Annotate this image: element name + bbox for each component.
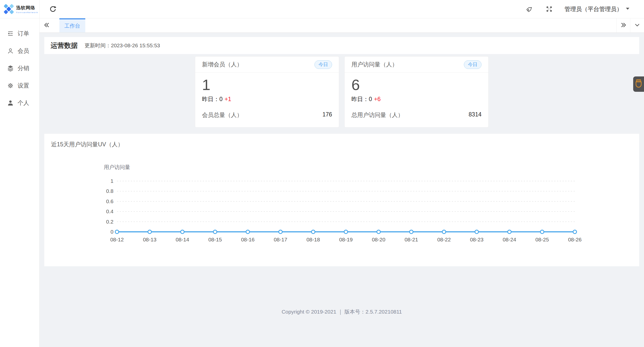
caret-down-icon	[625, 7, 630, 12]
brand-subtitle: XunruanNetwork	[16, 11, 38, 14]
svg-text:08-25: 08-25	[535, 237, 549, 242]
card-title: 用户访问量（人）	[351, 61, 398, 68]
svg-text:08-14: 08-14	[176, 237, 189, 242]
uv-line-chart[interactable]: 用户访问量00.20.40.60.8108-1208-1308-1408-150…	[51, 151, 632, 257]
uv-chart-panel: 近15天用户访问量UV（人） 用户访问量00.20.40.60.8108-120…	[44, 134, 639, 266]
sidebar-item-label: 分销	[18, 64, 29, 72]
gear-icon	[7, 82, 14, 89]
svg-text:08-12: 08-12	[110, 237, 124, 242]
uv-chart-svg: 用户访问量00.20.40.60.8108-1208-1308-1408-150…	[51, 151, 632, 257]
stat-card-user-visits: 用户访问量（人） 今日 6 昨日：0+6 总用户访问量（人） 8314	[344, 56, 489, 127]
total-label: 会员总量（人）	[202, 111, 243, 119]
tab-label: 工作台	[64, 22, 80, 29]
svg-text:0: 0	[110, 229, 113, 235]
card-title: 新增会员（人）	[202, 61, 243, 68]
svg-text:08-20: 08-20	[372, 237, 385, 242]
svg-text:08-19: 08-19	[339, 237, 353, 242]
brand-logo-icon	[3, 3, 15, 15]
svg-text:08-17: 08-17	[274, 237, 287, 242]
yesterday-delta: +6	[374, 96, 381, 102]
svg-text:0.6: 0.6	[106, 198, 113, 204]
svg-text:08-21: 08-21	[405, 237, 418, 242]
sidebar-item-label: 订单	[18, 30, 29, 37]
svg-text:08-18: 08-18	[306, 237, 320, 242]
yesterday-label: 昨日：	[351, 96, 369, 102]
footer-text: Copyright © 2019-2021 ｜ 版本号：2.5.7.202108…	[44, 308, 639, 315]
sidebar: 迅软网络 XunruanNetwork 订单	[0, 0, 39, 347]
svg-text:08-13: 08-13	[143, 237, 156, 242]
total-value: 176	[323, 111, 332, 119]
svg-text:08-23: 08-23	[470, 237, 484, 242]
refresh-button[interactable]	[49, 5, 57, 13]
total-label: 总用户访问量（人）	[351, 111, 404, 119]
yesterday-label: 昨日：	[202, 96, 219, 102]
svg-text:0.2: 0.2	[106, 219, 113, 225]
svg-text:1: 1	[110, 178, 113, 184]
collapse-tabs-button[interactable]	[39, 18, 54, 32]
svg-text:0.8: 0.8	[106, 188, 113, 194]
today-badge: 今日	[464, 60, 481, 69]
overview-strip: 运营数据 更新时间：2023-08-26 15:55:53	[44, 37, 639, 54]
chart-title: 近15天用户访问量UV（人）	[51, 141, 632, 148]
brand-logo[interactable]: 迅软网络 XunruanNetwork	[0, 0, 39, 18]
sidebar-item-profile[interactable]: 个人	[0, 94, 39, 112]
workbench-page: 运营数据 更新时间：2023-08-26 15:55:53 新增会员（人） 今日…	[39, 33, 644, 347]
chevrons-left-icon	[43, 22, 50, 29]
svg-text:0.4: 0.4	[106, 208, 114, 214]
profile-person-icon	[7, 100, 14, 106]
tab-workbench[interactable]: 工作台	[59, 18, 85, 32]
sidebar-item-label: 设置	[18, 82, 29, 90]
page-title: 运营数据	[51, 41, 78, 50]
member-person-icon	[7, 48, 14, 54]
svg-text:08-15: 08-15	[208, 237, 222, 242]
sidebar-item-members[interactable]: 会员	[0, 42, 39, 60]
updated-time-value: 2023-08-26 15:55:53	[111, 42, 160, 48]
updated-time: 更新时间：2023-08-26 15:55:53	[85, 42, 160, 49]
today-badge: 今日	[314, 60, 332, 69]
svg-text:08-16: 08-16	[241, 237, 255, 242]
yesterday-value: 0	[369, 96, 372, 102]
yesterday-value: 0	[219, 96, 223, 102]
expand-tabs-button[interactable]	[616, 18, 630, 32]
tabbar: 工作台	[39, 18, 644, 33]
quick-access-float-button[interactable]	[633, 76, 644, 92]
svg-text:08-22: 08-22	[437, 237, 451, 242]
card-yesterday: 昨日：0+6	[351, 95, 481, 103]
layers-icon	[7, 65, 14, 72]
user-name: 管理员（平台管理员）	[565, 5, 622, 13]
card-value: 1	[202, 77, 332, 93]
svg-text:用户访问量: 用户访问量	[104, 164, 130, 170]
user-menu[interactable]: 管理员（平台管理员）	[565, 5, 630, 13]
sidebar-item-distribution[interactable]: 分销	[0, 60, 39, 77]
stat-cards-row: 新增会员（人） 今日 1 昨日：0+1 会员总量（人） 176 用户访问量（人）	[44, 56, 639, 127]
sidebar-menu: 订单 会员	[0, 18, 39, 112]
total-value: 8314	[469, 111, 481, 119]
topbar: 管理员（平台管理员）	[39, 0, 644, 18]
sidebar-item-settings[interactable]: 设置	[0, 77, 39, 94]
usb-device-icon	[635, 79, 642, 89]
updated-time-label: 更新时间：	[85, 42, 111, 48]
sidebar-item-label: 会员	[18, 47, 29, 55]
order-list-icon	[7, 30, 14, 37]
chevron-down-icon	[634, 22, 640, 29]
main-area: 管理员（平台管理员） 工作台	[39, 0, 644, 347]
sidebar-item-label: 个人	[18, 99, 29, 107]
fullscreen-button[interactable]	[545, 5, 553, 13]
brand-name: 迅软网络	[16, 5, 38, 11]
card-yesterday: 昨日：0+1	[202, 95, 332, 103]
chevrons-right-icon	[620, 22, 627, 29]
svg-text:08-24: 08-24	[503, 237, 516, 242]
tag-button[interactable]	[525, 5, 534, 13]
sidebar-item-orders[interactable]: 订单	[0, 25, 39, 42]
yesterday-delta: +1	[225, 96, 231, 102]
card-value: 6	[351, 77, 481, 93]
svg-text:08-26: 08-26	[568, 237, 582, 242]
stat-card-new-members: 新增会员（人） 今日 1 昨日：0+1 会员总量（人） 176	[195, 56, 339, 127]
tabs-dropdown-button[interactable]	[630, 18, 644, 32]
